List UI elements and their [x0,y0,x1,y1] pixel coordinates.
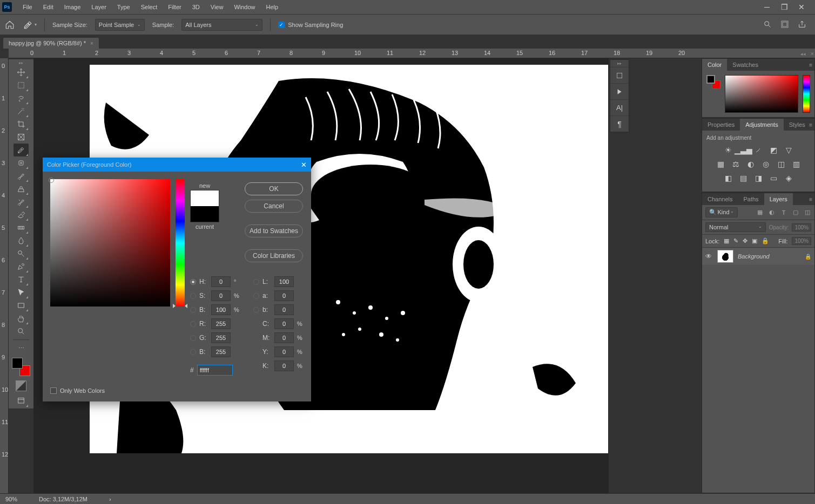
layer-visibility-icon[interactable]: 👁 [705,253,713,260]
input-blue[interactable] [211,346,231,357]
brightness-icon[interactable]: ☀ [723,145,733,155]
lock-all-icon[interactable]: 🔒 [762,237,769,244]
clone-stamp-tool[interactable] [14,182,29,195]
input-g[interactable] [211,332,231,343]
filter-shape-icon[interactable]: ▢ [792,209,799,216]
move-tool[interactable] [14,66,29,79]
character-panel-icon[interactable]: A| [610,99,629,115]
tab-close-icon[interactable]: × [90,40,93,46]
photo-filter-icon[interactable]: ◎ [761,159,771,169]
healing-brush-tool[interactable] [14,156,29,169]
layer-filter-kind[interactable]: 🔍Kind⌄ [705,207,738,217]
menu-filter[interactable]: Filter [163,0,186,14]
invert-icon[interactable]: ◧ [723,173,733,183]
tab-swatches[interactable]: Swatches [727,59,764,71]
tab-properties[interactable]: Properties [702,119,740,131]
dialog-close-icon[interactable]: ✕ [301,161,307,169]
tab-adjustments[interactable]: Adjustments [740,119,784,131]
tab-channels[interactable]: Channels [702,193,738,205]
home-icon[interactable] [4,19,15,30]
input-lab-b[interactable] [274,304,294,315]
filter-pixel-icon[interactable]: ▦ [756,209,764,216]
layer-row-background[interactable]: 👁 Background 🔒 [702,248,814,265]
doc-size[interactable]: Doc: 3,12M/3,12M [39,496,87,502]
menu-layer[interactable]: Layer [86,0,112,14]
lock-artboard-icon[interactable]: ▣ [752,237,757,244]
channel-mixer-icon[interactable]: ◫ [776,159,786,169]
input-y[interactable] [274,346,294,357]
threshold-icon[interactable]: ◨ [753,173,763,183]
radio-l[interactable] [253,279,259,285]
menu-edit[interactable]: Edit [38,0,59,14]
curves-icon[interactable]: ⟋ [753,145,763,155]
radio-r[interactable] [190,321,196,327]
radio-bb[interactable] [190,349,196,355]
fill-value[interactable]: 100% [792,237,811,245]
selective-color-icon[interactable]: ◈ [784,173,793,183]
crop-tool[interactable] [14,118,29,131]
menu-view[interactable]: View [205,0,229,14]
blur-tool[interactable] [14,234,29,247]
search-icon[interactable] [763,20,772,30]
radio-lab-b[interactable] [253,307,259,313]
hand-tool[interactable] [14,312,29,325]
filter-smart-icon[interactable]: ◫ [804,209,811,216]
input-r[interactable] [211,318,231,329]
ok-button[interactable]: OK [245,182,303,195]
color-lookup-icon[interactable]: ▥ [791,159,801,169]
radio-s[interactable] [190,293,196,299]
opacity-value[interactable]: 100% [792,223,811,231]
eyedropper-tool[interactable] [14,144,29,156]
frame-tool[interactable] [14,131,29,144]
only-web-colors-checkbox[interactable]: Only Web Colors [43,383,311,401]
window-restore-icon[interactable]: ❐ [780,3,788,11]
filter-adjustment-icon[interactable]: ◐ [768,209,776,216]
brush-tool[interactable] [14,169,29,182]
gradient-tool[interactable] [14,221,29,234]
status-chevron-icon[interactable]: › [109,496,111,502]
tab-layers[interactable]: Layers [764,193,793,205]
tab-styles[interactable]: Styles [784,119,811,131]
radio-h[interactable] [190,279,196,285]
edit-toolbar-icon[interactable]: ⋯ [14,342,29,355]
tab-paths[interactable]: Paths [738,193,764,205]
lock-position-icon[interactable]: ✥ [743,237,747,244]
lasso-tool[interactable] [14,92,29,105]
type-tool[interactable] [14,273,29,286]
menu-file[interactable]: File [17,0,38,14]
sample-size-select[interactable]: Point Sample⌄ [95,19,145,31]
lock-pixels-icon[interactable]: ✎ [733,237,738,244]
color-field[interactable] [725,75,798,113]
input-s[interactable] [211,290,231,301]
eyedropper-tool-icon[interactable]: ▾ [23,19,37,30]
bw-icon[interactable]: ◐ [746,159,756,169]
sample-select[interactable]: All Layers⌄ [181,19,262,31]
input-c[interactable] [274,318,294,329]
input-b[interactable] [211,304,231,315]
window-close-icon[interactable]: ✕ [798,3,805,11]
arrange-documents-icon[interactable] [780,20,789,30]
tab-color[interactable]: Color [702,59,727,71]
show-sampling-ring-checkbox[interactable]: Show Sampling Ring [278,22,343,28]
blend-mode-select[interactable]: Normal⌄ [705,222,766,232]
window-minimize-icon[interactable]: ─ [763,3,771,11]
marquee-tool[interactable] [14,79,29,92]
paragraph-panel-icon[interactable]: ¶ [610,115,629,132]
layer-thumbnail[interactable] [717,250,733,263]
hue-slider[interactable] [176,179,185,307]
filter-type-icon[interactable]: T [780,209,787,216]
menu-select[interactable]: Select [136,0,163,14]
posterize-icon[interactable]: ▤ [738,173,748,183]
input-a[interactable] [274,290,294,301]
input-m[interactable] [274,332,294,343]
menu-help[interactable]: Help [261,0,284,14]
dialog-titlebar[interactable]: Color Picker (Foreground Color) ✕ [43,158,311,172]
dodge-tool[interactable] [14,247,29,260]
input-h[interactable] [211,276,231,287]
path-selection-tool[interactable] [14,286,29,299]
hue-sat-icon[interactable]: ▦ [716,159,725,169]
panel-collapse-icon[interactable]: ◂◂ ✕ [800,51,814,57]
actions-panel-icon[interactable] [610,83,629,99]
input-hex[interactable] [197,365,233,376]
color-libraries-button[interactable]: Color Libraries [245,249,303,262]
